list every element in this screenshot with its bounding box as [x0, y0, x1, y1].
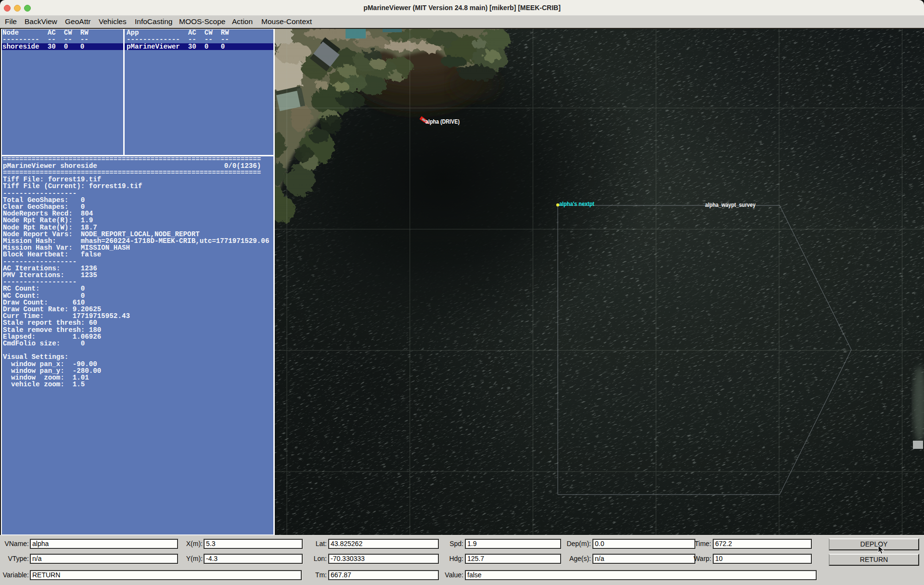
svg-text:alpha (DRIVE): alpha (DRIVE) — [425, 118, 460, 125]
svg-text:alpha's nextpt: alpha's nextpt — [559, 200, 595, 207]
svg-text:alpha_waypt_survey: alpha_waypt_survey — [705, 201, 756, 208]
